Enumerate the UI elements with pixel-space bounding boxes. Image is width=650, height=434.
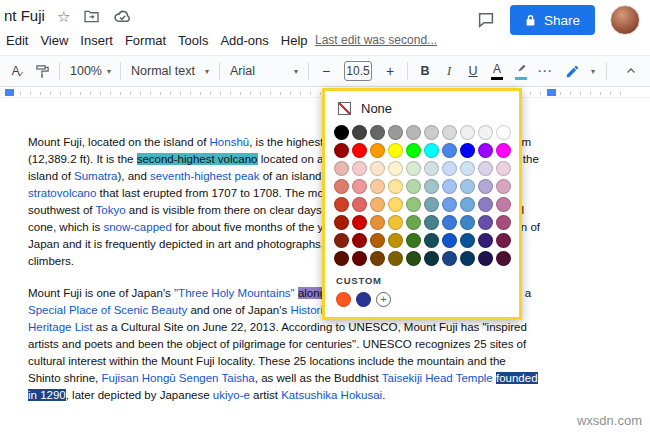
color-swatch[interactable] bbox=[388, 215, 403, 230]
color-swatch[interactable] bbox=[478, 179, 493, 194]
custom-color-swatch[interactable] bbox=[336, 292, 351, 307]
doc-link[interactable]: seventh-highest peak bbox=[150, 170, 259, 182]
color-swatch[interactable] bbox=[496, 179, 511, 194]
color-swatch[interactable] bbox=[406, 179, 421, 194]
color-swatch[interactable] bbox=[406, 251, 421, 266]
menu-item-insert[interactable]: Insert bbox=[74, 31, 119, 50]
doc-title[interactable]: nt Fuji bbox=[4, 7, 45, 24]
menu-item-edit[interactable]: Edit bbox=[0, 31, 34, 50]
ruler-right-marker[interactable] bbox=[547, 89, 556, 96]
menu-item-format[interactable]: Format bbox=[119, 31, 172, 50]
color-swatch[interactable] bbox=[460, 233, 475, 248]
color-swatch[interactable] bbox=[388, 251, 403, 266]
color-swatch[interactable] bbox=[352, 125, 367, 140]
color-swatch[interactable] bbox=[388, 161, 403, 176]
font-size-input[interactable]: 10.5 bbox=[344, 61, 372, 81]
color-swatch[interactable] bbox=[424, 197, 439, 212]
star-icon[interactable]: ☆ bbox=[57, 9, 70, 24]
color-swatch[interactable] bbox=[388, 197, 403, 212]
menu-item-view[interactable]: View bbox=[34, 31, 74, 50]
more-toolbar-button[interactable]: ⋯ bbox=[534, 59, 556, 83]
color-swatch[interactable] bbox=[352, 179, 367, 194]
color-swatch[interactable] bbox=[442, 125, 457, 140]
color-swatch[interactable] bbox=[334, 251, 349, 266]
doc-link[interactable]: Honshū bbox=[210, 136, 250, 148]
color-swatch[interactable] bbox=[388, 179, 403, 194]
color-swatch[interactable] bbox=[478, 125, 493, 140]
color-swatch[interactable] bbox=[478, 233, 493, 248]
color-swatch[interactable] bbox=[496, 233, 511, 248]
doc-link[interactable]: "Three Holy Mountains" bbox=[174, 287, 295, 299]
text-color-button[interactable]: A bbox=[486, 59, 508, 83]
zoom-dropdown[interactable]: 100% ▾ bbox=[66, 59, 114, 83]
color-swatch[interactable] bbox=[478, 143, 493, 158]
color-swatch[interactable] bbox=[460, 215, 475, 230]
color-swatch[interactable] bbox=[460, 161, 475, 176]
menu-item-help[interactable]: Help bbox=[275, 31, 314, 50]
style-dropdown[interactable]: Normal text ▾ bbox=[127, 59, 213, 83]
color-swatch[interactable] bbox=[388, 143, 403, 158]
color-swatch[interactable] bbox=[370, 197, 385, 212]
color-swatch[interactable] bbox=[334, 215, 349, 230]
color-swatch[interactable] bbox=[334, 143, 349, 158]
color-swatch[interactable] bbox=[406, 197, 421, 212]
color-swatch[interactable] bbox=[334, 125, 349, 140]
doc-link[interactable]: Heritage List bbox=[28, 321, 93, 333]
color-swatch[interactable] bbox=[442, 197, 457, 212]
color-swatch[interactable] bbox=[478, 197, 493, 212]
doc-link[interactable]: Sumatra bbox=[74, 170, 117, 182]
comment-icon[interactable] bbox=[477, 11, 495, 29]
color-swatch[interactable] bbox=[352, 233, 367, 248]
doc-link[interactable]: snow-capped bbox=[103, 221, 171, 233]
menu-item-add-ons[interactable]: Add-ons bbox=[214, 31, 274, 50]
color-swatch[interactable] bbox=[496, 143, 511, 158]
highlight-color-button[interactable] bbox=[510, 59, 532, 83]
color-swatch[interactable] bbox=[424, 179, 439, 194]
doc-link[interactable]: Tokyo bbox=[96, 204, 126, 216]
color-swatch[interactable] bbox=[496, 125, 511, 140]
doc-link[interactable]: stratovolcano bbox=[28, 187, 96, 199]
bold-button[interactable]: B bbox=[414, 59, 436, 83]
color-swatch[interactable] bbox=[460, 179, 475, 194]
color-swatch[interactable] bbox=[370, 251, 385, 266]
color-swatch[interactable] bbox=[352, 251, 367, 266]
color-swatch[interactable] bbox=[406, 161, 421, 176]
last-edit-link[interactable]: Last edit was second... bbox=[315, 33, 437, 47]
color-swatch[interactable] bbox=[406, 143, 421, 158]
color-swatch[interactable] bbox=[460, 125, 475, 140]
color-swatch[interactable] bbox=[352, 143, 367, 158]
ruler-left-marker[interactable] bbox=[5, 89, 14, 96]
doc-link[interactable]: Fujisan Hongū Sengen Taisha bbox=[102, 372, 255, 384]
color-swatch[interactable] bbox=[424, 215, 439, 230]
doc-link[interactable]: Taisekiji Head Temple bbox=[382, 372, 493, 384]
color-swatch[interactable] bbox=[460, 251, 475, 266]
italic-button[interactable]: I bbox=[438, 59, 460, 83]
color-swatch[interactable] bbox=[370, 125, 385, 140]
doc-status-icon[interactable] bbox=[113, 9, 132, 24]
none-option[interactable]: None bbox=[332, 96, 512, 120]
color-swatch[interactable] bbox=[388, 233, 403, 248]
color-swatch[interactable] bbox=[424, 233, 439, 248]
share-button[interactable]: Share bbox=[510, 5, 595, 35]
color-swatch[interactable] bbox=[370, 215, 385, 230]
editing-mode-dropdown[interactable]: ▾ bbox=[559, 64, 601, 79]
paint-format-button[interactable] bbox=[31, 59, 53, 83]
spellcheck-button[interactable]: A ✓ bbox=[7, 59, 29, 83]
move-folder-icon[interactable] bbox=[83, 9, 100, 24]
doc-link[interactable]: Special Place of Scenic Beauty bbox=[28, 304, 187, 316]
collapse-toolbar-button[interactable] bbox=[620, 59, 642, 83]
color-swatch[interactable] bbox=[352, 215, 367, 230]
color-swatch[interactable] bbox=[460, 143, 475, 158]
font-dropdown[interactable]: Arial ▾ bbox=[226, 59, 302, 83]
color-swatch[interactable] bbox=[442, 161, 457, 176]
color-swatch[interactable] bbox=[424, 143, 439, 158]
color-swatch[interactable] bbox=[442, 143, 457, 158]
color-swatch[interactable] bbox=[370, 143, 385, 158]
color-swatch[interactable] bbox=[496, 215, 511, 230]
color-swatch[interactable] bbox=[442, 251, 457, 266]
menu-item-tools[interactable]: Tools bbox=[172, 31, 214, 50]
color-swatch[interactable] bbox=[352, 161, 367, 176]
underline-button[interactable]: U bbox=[462, 59, 484, 83]
color-swatch[interactable] bbox=[442, 215, 457, 230]
color-swatch[interactable] bbox=[406, 215, 421, 230]
